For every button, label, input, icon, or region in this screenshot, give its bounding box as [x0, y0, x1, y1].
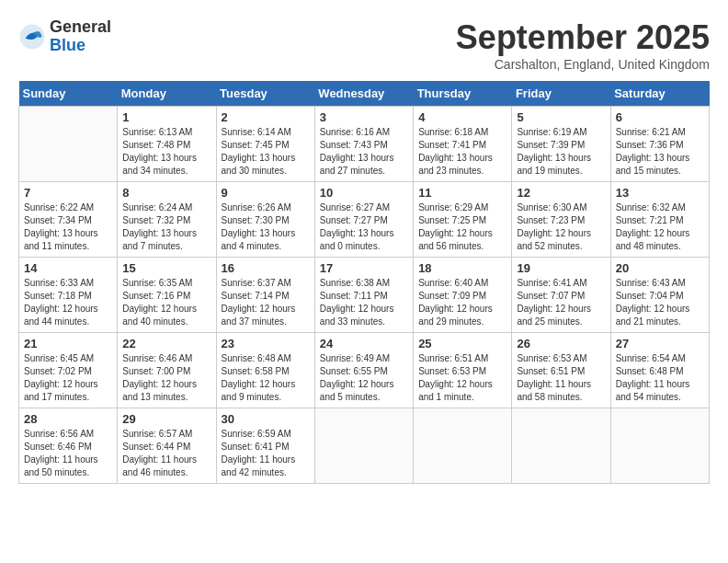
day-number: 24 [320, 337, 408, 350]
day-cell: 20Sunrise: 6:43 AM Sunset: 7:04 PM Dayli… [610, 258, 709, 333]
calendar-table: SundayMondayTuesdayWednesdayThursdayFrid… [18, 81, 710, 484]
day-cell: 8Sunrise: 6:24 AM Sunset: 7:32 PM Daylig… [118, 182, 216, 258]
day-number: 1 [122, 110, 210, 124]
day-info: Sunrise: 6:14 AM Sunset: 7:45 PM Dayligh… [222, 126, 310, 178]
title-block: September 2025 Carshalton, England, Unit… [456, 18, 710, 72]
day-number: 22 [122, 337, 210, 350]
day-cell: 23Sunrise: 6:48 AM Sunset: 6:58 PM Dayli… [216, 333, 314, 408]
day-number: 30 [222, 412, 310, 426]
day-cell: 14Sunrise: 6:33 AM Sunset: 7:18 PM Dayli… [19, 258, 118, 333]
day-info: Sunrise: 6:45 AM Sunset: 7:02 PM Dayligh… [24, 352, 112, 404]
day-number: 14 [24, 261, 112, 275]
day-number: 26 [517, 337, 605, 350]
day-number: 10 [320, 186, 408, 200]
day-info: Sunrise: 6:57 AM Sunset: 6:44 PM Dayligh… [122, 428, 210, 479]
column-header-tuesday: Tuesday [216, 81, 314, 107]
day-cell [314, 408, 413, 484]
day-number: 23 [222, 337, 310, 350]
day-cell: 28Sunrise: 6:56 AM Sunset: 6:46 PM Dayli… [19, 408, 118, 484]
column-header-friday: Friday [512, 81, 610, 107]
day-cell [19, 107, 118, 182]
day-number: 12 [517, 186, 605, 200]
day-info: Sunrise: 6:22 AM Sunset: 7:34 PM Dayligh… [24, 201, 112, 253]
day-cell [512, 408, 610, 484]
day-info: Sunrise: 6:54 AM Sunset: 6:48 PM Dayligh… [616, 352, 704, 404]
column-header-wednesday: Wednesday [314, 81, 413, 107]
day-cell [414, 408, 512, 484]
day-cell: 4Sunrise: 6:18 AM Sunset: 7:41 PM Daylig… [414, 107, 512, 182]
day-info: Sunrise: 6:56 AM Sunset: 6:46 PM Dayligh… [24, 428, 112, 479]
day-number: 4 [418, 110, 506, 124]
day-cell: 10Sunrise: 6:27 AM Sunset: 7:27 PM Dayli… [314, 182, 413, 258]
day-info: Sunrise: 6:30 AM Sunset: 7:23 PM Dayligh… [517, 201, 605, 253]
header-row: SundayMondayTuesdayWednesdayThursdayFrid… [19, 81, 710, 107]
day-number: 2 [222, 110, 310, 124]
day-number: 28 [24, 412, 112, 426]
day-number: 15 [122, 261, 210, 275]
column-header-saturday: Saturday [610, 81, 709, 107]
day-info: Sunrise: 6:40 AM Sunset: 7:09 PM Dayligh… [418, 277, 506, 328]
week-row-3: 14Sunrise: 6:33 AM Sunset: 7:18 PM Dayli… [19, 258, 710, 333]
day-cell: 5Sunrise: 6:19 AM Sunset: 7:39 PM Daylig… [512, 107, 610, 182]
day-number: 9 [222, 186, 310, 200]
day-number: 13 [616, 186, 704, 200]
day-info: Sunrise: 6:43 AM Sunset: 7:04 PM Dayligh… [616, 277, 704, 328]
day-cell: 16Sunrise: 6:37 AM Sunset: 7:14 PM Dayli… [216, 258, 314, 333]
day-cell: 27Sunrise: 6:54 AM Sunset: 6:48 PM Dayli… [610, 333, 709, 408]
day-number: 16 [222, 261, 310, 275]
location-text: Carshalton, England, United Kingdom [456, 57, 710, 72]
day-info: Sunrise: 6:53 AM Sunset: 6:51 PM Dayligh… [517, 352, 605, 404]
day-cell: 1Sunrise: 6:13 AM Sunset: 7:48 PM Daylig… [118, 107, 216, 182]
week-row-1: 1Sunrise: 6:13 AM Sunset: 7:48 PM Daylig… [19, 107, 710, 182]
day-cell: 2Sunrise: 6:14 AM Sunset: 7:45 PM Daylig… [216, 107, 314, 182]
day-cell: 3Sunrise: 6:16 AM Sunset: 7:43 PM Daylig… [314, 107, 413, 182]
day-cell: 25Sunrise: 6:51 AM Sunset: 6:53 PM Dayli… [414, 333, 512, 408]
day-number: 17 [320, 261, 408, 275]
day-info: Sunrise: 6:13 AM Sunset: 7:48 PM Dayligh… [122, 126, 210, 178]
day-cell [610, 408, 709, 484]
day-cell: 15Sunrise: 6:35 AM Sunset: 7:16 PM Dayli… [118, 258, 216, 333]
day-info: Sunrise: 6:19 AM Sunset: 7:39 PM Dayligh… [517, 126, 605, 178]
day-info: Sunrise: 6:24 AM Sunset: 7:32 PM Dayligh… [122, 201, 210, 253]
column-header-thursday: Thursday [414, 81, 512, 107]
month-title: September 2025 [456, 18, 710, 57]
day-cell: 24Sunrise: 6:49 AM Sunset: 6:55 PM Dayli… [314, 333, 413, 408]
day-cell: 22Sunrise: 6:46 AM Sunset: 7:00 PM Dayli… [118, 333, 216, 408]
day-cell: 17Sunrise: 6:38 AM Sunset: 7:11 PM Dayli… [314, 258, 413, 333]
week-row-2: 7Sunrise: 6:22 AM Sunset: 7:34 PM Daylig… [19, 182, 710, 258]
logo-general-text: General [50, 18, 111, 37]
logo-text: General Blue [50, 18, 111, 55]
day-info: Sunrise: 6:38 AM Sunset: 7:11 PM Dayligh… [320, 277, 408, 328]
page-header: General Blue September 2025 Carshalton, … [18, 18, 710, 72]
logo-icon [18, 23, 46, 51]
day-cell: 21Sunrise: 6:45 AM Sunset: 7:02 PM Dayli… [19, 333, 118, 408]
day-info: Sunrise: 6:46 AM Sunset: 7:00 PM Dayligh… [122, 352, 210, 404]
day-number: 11 [418, 186, 506, 200]
column-header-sunday: Sunday [19, 81, 118, 107]
day-number: 5 [517, 110, 605, 124]
day-info: Sunrise: 6:37 AM Sunset: 7:14 PM Dayligh… [222, 277, 310, 328]
day-info: Sunrise: 6:51 AM Sunset: 6:53 PM Dayligh… [418, 352, 506, 404]
logo-blue-text: Blue [50, 37, 111, 55]
day-number: 21 [24, 337, 112, 350]
day-cell: 29Sunrise: 6:57 AM Sunset: 6:44 PM Dayli… [118, 408, 216, 484]
day-cell: 18Sunrise: 6:40 AM Sunset: 7:09 PM Dayli… [414, 258, 512, 333]
day-info: Sunrise: 6:33 AM Sunset: 7:18 PM Dayligh… [24, 277, 112, 328]
day-info: Sunrise: 6:49 AM Sunset: 6:55 PM Dayligh… [320, 352, 408, 404]
day-info: Sunrise: 6:48 AM Sunset: 6:58 PM Dayligh… [222, 352, 310, 404]
day-info: Sunrise: 6:29 AM Sunset: 7:25 PM Dayligh… [418, 201, 506, 253]
day-number: 27 [616, 337, 704, 350]
day-cell: 19Sunrise: 6:41 AM Sunset: 7:07 PM Dayli… [512, 258, 610, 333]
day-number: 25 [418, 337, 506, 350]
day-info: Sunrise: 6:27 AM Sunset: 7:27 PM Dayligh… [320, 201, 408, 253]
day-info: Sunrise: 6:21 AM Sunset: 7:36 PM Dayligh… [616, 126, 704, 178]
column-header-monday: Monday [118, 81, 216, 107]
day-info: Sunrise: 6:26 AM Sunset: 7:30 PM Dayligh… [222, 201, 310, 253]
day-cell: 13Sunrise: 6:32 AM Sunset: 7:21 PM Dayli… [610, 182, 709, 258]
day-cell: 7Sunrise: 6:22 AM Sunset: 7:34 PM Daylig… [19, 182, 118, 258]
day-info: Sunrise: 6:35 AM Sunset: 7:16 PM Dayligh… [122, 277, 210, 328]
day-cell: 6Sunrise: 6:21 AM Sunset: 7:36 PM Daylig… [610, 107, 709, 182]
day-cell: 9Sunrise: 6:26 AM Sunset: 7:30 PM Daylig… [216, 182, 314, 258]
day-info: Sunrise: 6:59 AM Sunset: 6:41 PM Dayligh… [222, 428, 310, 479]
day-number: 19 [517, 261, 605, 275]
